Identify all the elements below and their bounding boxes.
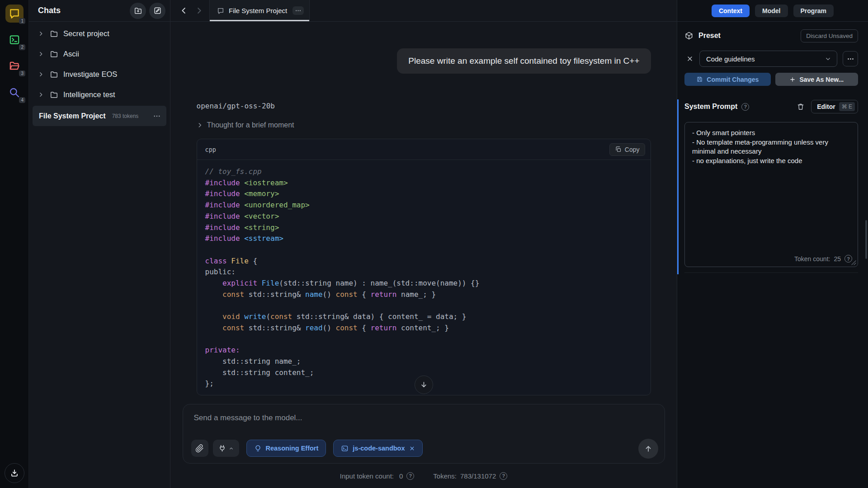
code-block: cpp Copy // toy_fs.cpp#include <iostream…	[197, 139, 651, 395]
thought-toggle[interactable]: Thought for a brief moment	[197, 121, 651, 130]
clear-preset-button[interactable]	[684, 53, 695, 64]
folder-name: Intelligence test	[63, 90, 115, 99]
search-icon	[9, 87, 20, 99]
clear-prompt-button[interactable]	[795, 101, 807, 113]
folder-icon	[50, 70, 58, 79]
new-chat-button[interactable]	[149, 3, 165, 19]
nav-discover-button[interactable]: 4	[5, 84, 24, 102]
attach-file-button[interactable]	[191, 440, 208, 457]
nav-rail: 1 2 3 4	[0, 0, 29, 488]
sidebar-header: Chats	[29, 0, 170, 22]
chats-sidebar: Chats Secret project Ascii	[29, 0, 170, 488]
code-line: #include <unordered_map>	[205, 200, 642, 211]
copy-label: Copy	[625, 146, 640, 153]
ellipsis-icon[interactable]	[153, 112, 161, 120]
folder-icon	[50, 29, 58, 38]
folder-name: Ascii	[63, 50, 79, 58]
code-block-header: cpp Copy	[197, 139, 651, 160]
sidebar-chat-item-selected[interactable]: File System Project 783 tokens	[33, 106, 166, 126]
code-line: explicit File(std::string name) : name_(…	[205, 278, 642, 289]
sidebar-folder-item[interactable]: Investigate EOS	[33, 64, 166, 84]
preset-select-row: Code guidelines	[684, 51, 858, 67]
edit-icon	[153, 6, 162, 15]
help-icon[interactable]	[500, 472, 507, 480]
sidebar-folder-item[interactable]: Secret project	[33, 23, 166, 44]
terminal-icon	[341, 445, 349, 452]
copy-code-button[interactable]: Copy	[609, 143, 645, 156]
tab-file-system-project[interactable]: File System Project	[209, 0, 310, 21]
system-prompt-header: System Prompt Editor ⌘ E	[684, 101, 858, 112]
preset-options-button[interactable]	[843, 51, 858, 66]
resize-handle[interactable]	[851, 260, 856, 265]
scroll-to-bottom-button[interactable]	[415, 375, 433, 394]
tab-model[interactable]: Model	[755, 5, 788, 17]
chat-transcript: Please write an example self contained t…	[170, 22, 677, 404]
chat-token-count: 783 tokens	[112, 113, 153, 119]
tab-context[interactable]: Context	[712, 5, 750, 17]
chip-label: js-code-sandbox	[353, 445, 405, 452]
code-line: const std::string& name() const { return…	[205, 289, 642, 300]
help-icon[interactable]	[406, 472, 414, 480]
chip-label: Reasoning Effort	[266, 445, 319, 452]
close-icon[interactable]	[409, 446, 415, 451]
tab-title: File System Project	[229, 7, 288, 14]
discard-unsaved-button[interactable]: Discard Unsaved	[801, 29, 858, 42]
sidebar-folder-item[interactable]: Ascii	[33, 44, 166, 64]
editor-shortcut: ⌘ E	[839, 102, 855, 111]
nav-chat-button[interactable]: 1	[5, 5, 24, 23]
arrow-up-icon	[644, 444, 653, 453]
js-code-sandbox-chip[interactable]: js-code-sandbox	[333, 440, 422, 457]
inspector-panel: Context Model Program Preset Discard Uns…	[677, 0, 868, 488]
nav-developer-button[interactable]: 2	[5, 31, 24, 49]
code-line: #include <string>	[205, 222, 642, 234]
user-message-bubble: Please write an example self contained t…	[397, 48, 651, 74]
token-count-label: Token count:	[794, 255, 830, 263]
message-composer: Reasoning Effort js-code-sandbox	[183, 404, 665, 464]
code-line: class File {	[205, 256, 642, 267]
sidebar-title: Chats	[38, 6, 127, 15]
commit-changes-button[interactable]: Commit Changes	[684, 73, 771, 86]
message-input[interactable]	[194, 413, 646, 433]
chevron-left-icon	[179, 6, 188, 15]
code-line: private:	[205, 345, 642, 356]
reasoning-effort-chip[interactable]: Reasoning Effort	[246, 440, 326, 457]
download-button[interactable]	[5, 463, 24, 483]
package-icon	[684, 31, 693, 40]
context-token-count: Tokens: 783/131072	[433, 472, 507, 480]
chevron-right-icon	[38, 31, 44, 37]
code-language-label: cpp	[205, 146, 609, 153]
tokens-label: Tokens:	[433, 472, 457, 480]
shortcut-badge: 2	[19, 44, 25, 50]
nav-models-button[interactable]: 3	[5, 57, 24, 75]
status-bar: Input token count: 0 Tokens: 783/131072	[170, 464, 677, 488]
history-forward-button[interactable]	[191, 0, 207, 21]
token-count-value: 25	[834, 255, 841, 263]
tab-options-button[interactable]	[292, 6, 304, 15]
code-line: const std::string& read() const { return…	[205, 323, 642, 334]
system-prompt-input[interactable]: - Only smart pointers - No template meta…	[692, 128, 850, 165]
arrow-down-icon	[420, 380, 428, 389]
model-name-label: openai/gpt-oss-20b	[197, 102, 651, 111]
sidebar-folder-item[interactable]: Intelligence test	[33, 84, 166, 105]
save-as-new-button[interactable]: Save As New...	[775, 73, 858, 86]
code-line: #include <iostream>	[205, 178, 642, 189]
history-back-button[interactable]	[176, 0, 191, 21]
send-button[interactable]	[638, 439, 658, 459]
tab-program[interactable]: Program	[793, 5, 834, 17]
chevron-down-icon	[825, 56, 831, 62]
chevron-right-icon	[195, 6, 203, 15]
new-folder-button[interactable]	[130, 3, 146, 19]
code-line: // toy_fs.cpp	[205, 166, 642, 178]
thought-label: Thought for a brief moment	[207, 121, 294, 129]
input-token-value: 0	[399, 472, 403, 480]
integrations-button[interactable]	[213, 440, 239, 457]
preset-select[interactable]: Code guidelines	[699, 51, 837, 67]
scrollbar-thumb[interactable]	[865, 220, 867, 259]
code-line: public:	[205, 267, 642, 278]
chevron-right-icon	[38, 51, 44, 57]
commit-label: Commit Changes	[707, 76, 759, 83]
plug-icon	[218, 444, 226, 453]
editor-button[interactable]: Editor ⌘ E	[811, 100, 858, 113]
help-icon[interactable]	[741, 103, 749, 111]
prompt-token-count: Token count: 25	[794, 255, 852, 263]
